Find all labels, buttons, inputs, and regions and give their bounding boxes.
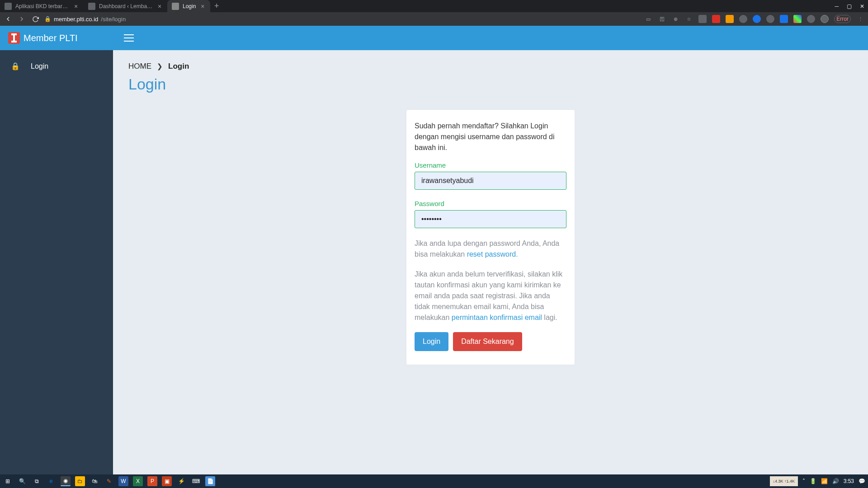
notifications-icon[interactable]: 💬 (859, 478, 865, 484)
word-icon[interactable]: W (118, 476, 128, 486)
main-content: HOME ❯ Login Login Sudah pernah mendafta… (113, 50, 868, 474)
ext7-icon[interactable] (780, 15, 788, 23)
intro-text: Sudah pernah mendaftar? Silahkan Login d… (415, 121, 566, 153)
sidebar-item-label: Login (31, 62, 48, 70)
clock[interactable]: 3:53 (844, 478, 854, 484)
brand-logo-icon (8, 32, 20, 44)
content-body: 🔒 Login HOME ❯ Login Login Sudah pernah … (0, 50, 868, 474)
reset-password-link[interactable]: reset password (467, 250, 516, 258)
sidebar: 🔒 Login (0, 50, 113, 474)
login-card: Sudah pernah mendaftar? Silahkan Login d… (406, 109, 575, 365)
app4-icon[interactable]: ⌨ (191, 476, 201, 486)
username-input[interactable] (415, 172, 566, 190)
excel-icon[interactable]: X (133, 476, 143, 486)
url-path: /site/login (101, 16, 126, 23)
ext5-icon[interactable] (753, 15, 761, 23)
store-icon[interactable]: 🛍 (90, 476, 99, 486)
ext4-icon[interactable] (739, 15, 747, 23)
ext8-icon[interactable] (793, 15, 802, 23)
tab-bkd[interactable]: Aplikasi BKD terbaru 2020 dan C × (0, 0, 84, 12)
close-icon[interactable]: × (156, 3, 163, 9)
verify-account-text: Jika akun anda belum terverifikasi, sila… (415, 269, 566, 323)
close-icon[interactable]: × (73, 3, 79, 9)
network-monitor-icon[interactable]: ↓4.3K ↑1.4K (770, 476, 798, 486)
browser-titlebar: Aplikasi BKD terbaru 2020 dan C × Dashbo… (0, 0, 868, 12)
favicon-icon (172, 3, 179, 10)
error-badge[interactable]: Error (834, 15, 851, 23)
breadcrumb-current: Login (168, 62, 189, 71)
explorer-icon[interactable]: 🗀 (75, 476, 85, 486)
minimize-icon[interactable]: ─ (835, 3, 839, 9)
username-label: Username (415, 161, 566, 169)
url-host: member.plti.co.id (54, 16, 98, 23)
page-title: Login (128, 75, 853, 93)
menu-icon[interactable]: ⋮ (856, 15, 864, 23)
login-button[interactable]: Login (415, 332, 448, 351)
battery-icon[interactable]: 🔋 (810, 478, 816, 484)
notepad-icon[interactable]: 📄 (205, 476, 215, 486)
toolbar-icons: ▭ ⚿ ⊕ ☆ Error ⋮ (644, 15, 864, 23)
tab-login[interactable]: Login × (167, 0, 210, 12)
tab-dashboard[interactable]: Dashboard ‹ Lembaga Pengkajian × (84, 0, 167, 12)
ext1-icon[interactable] (698, 15, 707, 23)
favicon-icon (5, 3, 12, 10)
key-icon[interactable]: ⚿ (658, 15, 666, 23)
hamburger-icon[interactable] (124, 34, 134, 42)
window-controls: ─ ▢ ✕ (835, 3, 864, 9)
taskbar-apps: ⊞ 🔍 ⧉ e ◉ 🗀 🛍 ✎ W X P ▣ ⚡ ⌨ 📄 (3, 476, 215, 486)
page-viewport: Member PLTI 🔒 Login HOME ❯ Login Login S… (0, 26, 868, 474)
reload-button[interactable] (31, 14, 40, 23)
taskview-icon[interactable]: ⧉ (32, 476, 42, 486)
windows-taskbar: ⊞ 🔍 ⧉ e ◉ 🗀 🛍 ✎ W X P ▣ ⚡ ⌨ 📄 ↓4.3K ↑1.4… (0, 474, 868, 488)
forward-button[interactable] (17, 14, 26, 23)
ext9-icon[interactable] (807, 15, 815, 23)
brand-text: Member PLTI (24, 33, 78, 43)
wifi-icon[interactable]: 📶 (821, 478, 828, 484)
tab-title: Login (183, 3, 196, 9)
device-icon[interactable]: ▭ (644, 15, 652, 23)
register-button[interactable]: Daftar Sekarang (453, 332, 522, 351)
confirm-email-link[interactable]: permintaan konfirmasi email (452, 314, 542, 321)
app3-icon[interactable]: ⚡ (176, 476, 186, 486)
chrome-icon[interactable]: ◉ (61, 476, 71, 486)
app2-icon[interactable]: ▣ (162, 476, 172, 486)
app-header: Member PLTI (0, 26, 868, 50)
volume-icon[interactable]: 🔊 (832, 478, 839, 484)
password-label: Password (415, 200, 566, 207)
edge-icon[interactable]: e (46, 476, 56, 486)
back-button[interactable] (4, 14, 13, 23)
favicon-icon (88, 3, 95, 10)
chevron-right-icon: ❯ (157, 62, 163, 70)
close-icon[interactable]: × (199, 3, 206, 9)
password-input[interactable] (415, 210, 566, 228)
lock-icon: 🔒 (11, 62, 18, 70)
breadcrumb: HOME ❯ Login (128, 62, 853, 71)
sidebar-item-login[interactable]: 🔒 Login (0, 57, 113, 75)
close-window-icon[interactable]: ✕ (860, 3, 864, 9)
ext3-icon[interactable] (726, 15, 734, 23)
tab-title: Aplikasi BKD terbaru 2020 dan C (15, 3, 69, 9)
star-icon[interactable]: ☆ (685, 15, 693, 23)
brand[interactable]: Member PLTI (0, 26, 113, 50)
new-tab-button[interactable]: + (210, 0, 223, 12)
ext2-icon[interactable] (712, 15, 720, 23)
ext6-icon[interactable] (766, 15, 774, 23)
start-icon[interactable]: ⊞ (3, 476, 13, 486)
tray-chevron-icon[interactable]: ˄ (802, 478, 805, 484)
system-tray: ↓4.3K ↑1.4K ˄ 🔋 📶 🔊 3:53 💬 (770, 476, 865, 486)
maximize-icon[interactable]: ▢ (847, 3, 852, 9)
app1-icon[interactable]: ✎ (104, 476, 114, 486)
tab-title: Dashboard ‹ Lembaga Pengkajian (99, 3, 153, 9)
search-icon[interactable]: 🔍 (17, 476, 27, 486)
browser-tabs: Aplikasi BKD terbaru 2020 dan C × Dashbo… (0, 0, 223, 12)
url-display[interactable]: 🔒 member.plti.co.id/site/login (44, 16, 126, 23)
powerpoint-icon[interactable]: P (147, 476, 157, 486)
forgot-password-text: Jika anda lupa dengan password Anda, And… (415, 238, 566, 260)
address-bar: 🔒 member.plti.co.id/site/login ▭ ⚿ ⊕ ☆ E… (0, 12, 868, 26)
profile-icon[interactable] (821, 15, 829, 23)
breadcrumb-home[interactable]: HOME (128, 62, 151, 71)
zoom-icon[interactable]: ⊕ (671, 15, 679, 23)
button-row: Login Daftar Sekarang (415, 332, 566, 351)
lock-icon: 🔒 (44, 16, 51, 22)
